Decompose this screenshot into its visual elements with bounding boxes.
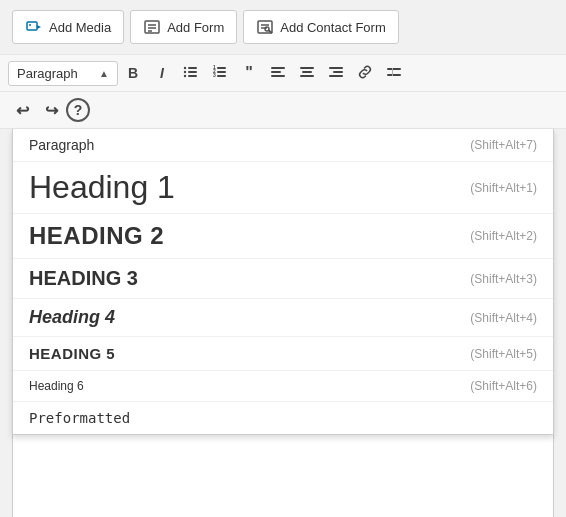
add-form-icon	[143, 18, 161, 36]
add-media-icon	[25, 18, 43, 36]
blockquote-button[interactable]: "	[235, 59, 263, 87]
format-select-label: Paragraph	[17, 66, 95, 81]
bold-button[interactable]: B	[119, 59, 147, 87]
align-center-button[interactable]	[293, 59, 321, 87]
add-contact-form-button[interactable]: Add Contact Form	[243, 10, 399, 44]
align-left-button[interactable]	[264, 59, 292, 87]
dropdown-item-shortcut-0: (Shift+Alt+7)	[470, 138, 537, 152]
editor-area[interactable]	[12, 435, 554, 517]
help-icon: ?	[74, 102, 83, 118]
align-center-icon	[299, 64, 315, 83]
dropdown-item-2[interactable]: HEADING 2(Shift+Alt+2)	[13, 214, 553, 259]
svg-rect-27	[302, 71, 312, 73]
add-form-button[interactable]: Add Form	[130, 10, 237, 44]
dropdown-item-4[interactable]: Heading 4(Shift+Alt+4)	[13, 299, 553, 337]
unordered-list-button[interactable]	[177, 59, 205, 87]
dropdown-item-label-4: Heading 4	[29, 307, 115, 328]
dropdown-item-5[interactable]: HEADING 5(Shift+Alt+5)	[13, 337, 553, 371]
svg-rect-29	[329, 67, 343, 69]
ordered-list-button[interactable]: 1 2 3	[206, 59, 234, 87]
dropdown-item-6[interactable]: Heading 6(Shift+Alt+6)	[13, 371, 553, 402]
svg-rect-18	[217, 71, 226, 73]
add-contact-form-label: Add Contact Form	[280, 20, 386, 35]
svg-rect-31	[329, 75, 343, 77]
ol-icon: 1 2 3	[212, 64, 228, 83]
svg-rect-33	[387, 74, 401, 76]
bold-label: B	[128, 65, 138, 81]
italic-label: I	[160, 65, 164, 81]
dropdown-item-shortcut-6: (Shift+Alt+6)	[470, 379, 537, 393]
svg-text:3: 3	[213, 72, 216, 78]
svg-rect-34	[392, 68, 393, 76]
svg-rect-24	[271, 71, 281, 73]
svg-rect-12	[188, 71, 197, 73]
svg-point-16	[184, 74, 186, 76]
svg-point-15	[184, 70, 186, 72]
align-right-icon	[328, 64, 344, 83]
dropdown-item-3[interactable]: HEADING 3(Shift+Alt+3)	[13, 259, 553, 299]
svg-rect-26	[300, 67, 314, 69]
dropdown-item-shortcut-5: (Shift+Alt+5)	[470, 347, 537, 361]
format-toolbar: Paragraph ▲ B I 1 2 3	[0, 54, 566, 92]
svg-rect-0	[27, 22, 37, 30]
ul-icon	[183, 64, 199, 83]
dropdown-item-label-0: Paragraph	[29, 137, 94, 153]
dropdown-item-shortcut-4: (Shift+Alt+4)	[470, 311, 537, 325]
add-form-label: Add Form	[167, 20, 224, 35]
undo-button[interactable]: ↩	[8, 96, 36, 124]
svg-rect-19	[217, 75, 226, 77]
svg-point-14	[184, 66, 186, 68]
add-media-label: Add Media	[49, 20, 111, 35]
link-button[interactable]	[351, 59, 379, 87]
add-media-button[interactable]: Add Media	[12, 10, 124, 44]
link-icon	[357, 64, 373, 83]
more-button[interactable]	[380, 59, 408, 87]
dropdown-item-1[interactable]: Heading 1(Shift+Alt+1)	[13, 162, 553, 214]
chevron-up-icon: ▲	[99, 68, 109, 79]
align-left-icon	[270, 64, 286, 83]
dropdown-item-7[interactable]: Preformatted	[13, 402, 553, 434]
dropdown-item-label-1: Heading 1	[29, 170, 175, 205]
redo-icon: ↪	[45, 101, 58, 120]
italic-button[interactable]: I	[148, 59, 176, 87]
dropdown-item-label-7: Preformatted	[29, 410, 130, 426]
dropdown-item-label-6: Heading 6	[29, 379, 84, 393]
svg-rect-28	[300, 75, 314, 77]
svg-rect-17	[217, 67, 226, 69]
blockquote-icon: "	[245, 64, 253, 82]
dropdown-item-label-3: HEADING 3	[29, 267, 138, 290]
svg-rect-23	[271, 67, 285, 69]
help-button[interactable]: ?	[66, 98, 90, 122]
svg-point-10	[265, 27, 269, 31]
dropdown-item-shortcut-1: (Shift+Alt+1)	[470, 181, 537, 195]
action-toolbar: Add Media Add Form Add Contact Form	[0, 0, 566, 54]
more-icon	[386, 64, 402, 83]
dropdown-item-label-2: HEADING 2	[29, 222, 164, 250]
dropdown-item-0[interactable]: Paragraph(Shift+Alt+7)	[13, 129, 553, 162]
svg-marker-1	[37, 25, 41, 29]
dropdown-item-label-5: HEADING 5	[29, 345, 115, 362]
format-dropdown-menu: Paragraph(Shift+Alt+7)Heading 1(Shift+Al…	[12, 129, 554, 435]
format-dropdown[interactable]: Paragraph ▲	[8, 61, 118, 86]
redo-button[interactable]: ↪	[37, 96, 65, 124]
svg-rect-30	[333, 71, 343, 73]
undo-icon: ↩	[16, 101, 29, 120]
dropdown-item-shortcut-2: (Shift+Alt+2)	[470, 229, 537, 243]
svg-rect-25	[271, 75, 285, 77]
svg-rect-11	[188, 67, 197, 69]
svg-rect-13	[188, 75, 197, 77]
align-right-button[interactable]	[322, 59, 350, 87]
add-contact-form-icon	[256, 18, 274, 36]
svg-rect-32	[387, 68, 401, 70]
dropdown-item-shortcut-3: (Shift+Alt+3)	[470, 272, 537, 286]
svg-point-2	[29, 24, 31, 26]
secondary-toolbar: ↩ ↪ ?	[0, 92, 566, 129]
